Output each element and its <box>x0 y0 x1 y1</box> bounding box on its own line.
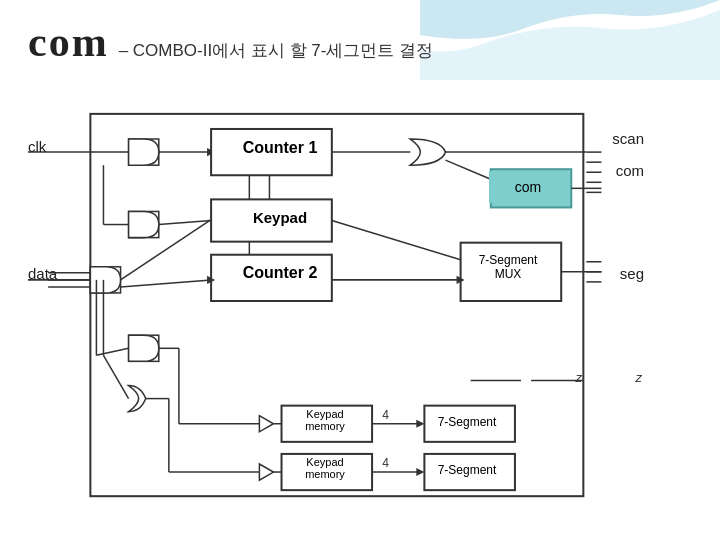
svg-marker-44 <box>416 468 424 476</box>
km1-line1: Keypad <box>306 408 343 420</box>
title-com: com <box>28 18 109 66</box>
svg-line-67 <box>96 348 128 355</box>
data-label: data <box>28 265 57 282</box>
svg-text:4: 4 <box>382 408 389 422</box>
svg-rect-41 <box>282 454 373 490</box>
svg-rect-21 <box>90 267 120 293</box>
title-subtitle: – COMBO-II에서 표시 할 7-세그먼트 결정 <box>119 39 434 62</box>
svg-rect-27 <box>461 243 562 301</box>
svg-marker-26 <box>207 276 215 284</box>
svg-rect-46 <box>424 454 515 490</box>
svg-text:4: 4 <box>382 456 389 470</box>
svg-rect-3 <box>129 139 159 165</box>
svg-rect-54 <box>129 335 159 361</box>
diagram-area: 4 4 <box>28 80 692 520</box>
svg-rect-6 <box>211 129 332 175</box>
seg2-label: 7-Segment <box>423 457 511 483</box>
wires-svg: 4 4 <box>28 80 692 520</box>
svg-rect-9 <box>491 169 571 207</box>
svg-line-50 <box>159 221 211 225</box>
com-right-label: com <box>616 162 644 179</box>
mux-label: 7-Segment MUX <box>459 243 557 291</box>
mux-line2: MUX <box>495 267 522 281</box>
svg-line-28 <box>332 221 461 260</box>
com-box-label: com <box>489 171 567 203</box>
svg-line-10 <box>446 160 491 179</box>
clk-label: clk <box>28 138 46 155</box>
z1-label: z <box>576 370 583 385</box>
km2-line2: memory <box>305 468 345 480</box>
svg-rect-24 <box>211 255 332 301</box>
svg-marker-56 <box>259 464 273 480</box>
svg-rect-49 <box>129 211 159 237</box>
svg-rect-37 <box>282 406 373 442</box>
wave-decoration <box>420 0 720 80</box>
svg-marker-40 <box>416 420 424 428</box>
svg-rect-0 <box>90 114 583 496</box>
keypad-memory1-label: Keypad memory <box>281 406 369 434</box>
seg-label: seg <box>620 265 644 282</box>
svg-rect-45 <box>424 406 515 442</box>
seg1-label: 7-Segment <box>423 409 511 435</box>
km1-line2: memory <box>305 420 345 432</box>
svg-line-22 <box>121 220 212 280</box>
z2-label: z <box>636 370 643 385</box>
svg-marker-55 <box>259 416 273 432</box>
counter2-label: Counter 2 <box>221 258 339 288</box>
km2-line1: Keypad <box>306 456 343 468</box>
svg-line-68 <box>103 355 128 398</box>
mux-line1: 7-Segment <box>479 253 538 267</box>
scan-label: scan <box>612 130 644 147</box>
counter1-label: Counter 1 <box>221 133 339 163</box>
svg-line-25 <box>121 280 212 287</box>
svg-rect-23 <box>211 199 332 241</box>
svg-marker-5 <box>207 148 215 156</box>
svg-marker-30 <box>457 276 465 284</box>
keypad-memory2-label: Keypad memory <box>281 454 369 482</box>
keypad-label: Keypad <box>221 202 339 232</box>
title-area: com – COMBO-II에서 표시 할 7-세그먼트 결정 <box>28 18 433 66</box>
